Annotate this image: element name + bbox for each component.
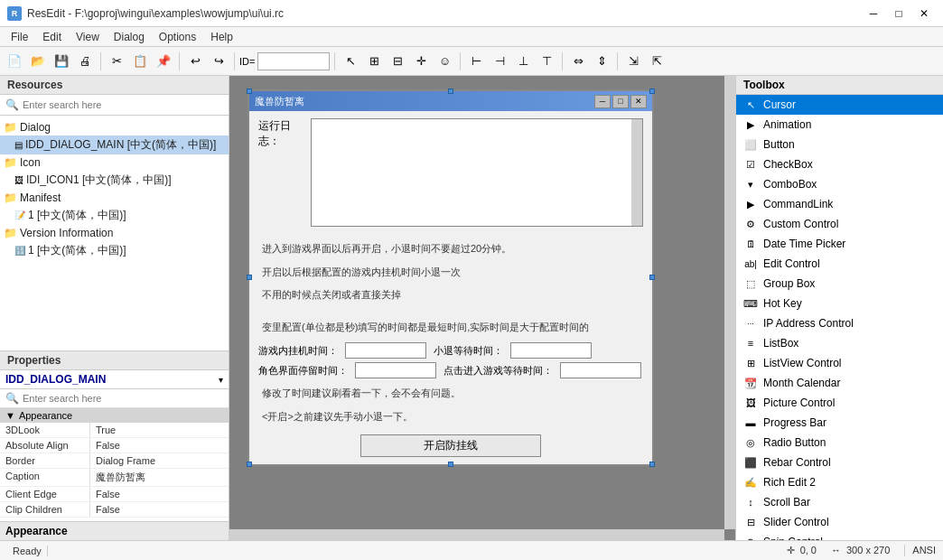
tb-paste[interactable]: 📌 bbox=[153, 51, 174, 72]
tb-grid1[interactable]: ⊞ bbox=[363, 51, 385, 72]
props-search-input[interactable] bbox=[23, 393, 223, 404]
menu-view[interactable]: View bbox=[69, 29, 107, 45]
tree-item-version1[interactable]: 🔢 1 [中文(简体，中国)] bbox=[0, 241, 229, 260]
menu-options[interactable]: Options bbox=[152, 29, 203, 45]
tb-size2[interactable]: ⇱ bbox=[646, 51, 668, 72]
tb-print[interactable]: 🖨 bbox=[74, 51, 96, 72]
menu-edit[interactable]: Edit bbox=[35, 29, 69, 45]
tb-undo[interactable]: ↩ bbox=[184, 51, 206, 72]
tb-align3[interactable]: ⊥ bbox=[512, 51, 534, 72]
tree-folder-version[interactable]: 📁 Version Information bbox=[0, 225, 229, 241]
menu-dialog[interactable]: Dialog bbox=[107, 29, 152, 45]
handle-tl[interactable] bbox=[247, 89, 252, 94]
tb-align2[interactable]: ⊣ bbox=[489, 51, 510, 72]
handle-ml[interactable] bbox=[247, 275, 252, 280]
center-scrollbar-vertical[interactable] bbox=[724, 76, 735, 529]
center-canvas[interactable]: 魔兽防暂离 ─ □ ✕ 运行日志： 进入到游戏界面以后再开启，小退时间不要超过2… bbox=[229, 76, 735, 540]
toolbox-listbox[interactable]: ≡ ListBox bbox=[736, 333, 943, 353]
handle-br[interactable] bbox=[649, 462, 655, 467]
minimize-button[interactable]: ─ bbox=[862, 5, 885, 23]
dialog-maximize[interactable]: □ bbox=[612, 95, 629, 108]
toolbar: 📄 📂 💾 🖨 ✂ 📋 📌 ↩ ↪ ID= ↖ ⊞ ⊟ ✛ ☺ ⊢ ⊣ ⊥ ⊤ … bbox=[0, 47, 943, 76]
dialog-input-hang[interactable] bbox=[345, 342, 426, 359]
tb-redo[interactable]: ↪ bbox=[208, 51, 229, 72]
tb-open[interactable]: 📂 bbox=[27, 51, 49, 72]
toolbox-editcontrol[interactable]: ab| Edit Control bbox=[736, 254, 943, 274]
menu-help[interactable]: Help bbox=[203, 29, 240, 45]
toolbox-cursor[interactable]: ↖ Cursor bbox=[736, 95, 943, 115]
tree-folder-icon[interactable]: 📁 Icon bbox=[0, 154, 229, 171]
tree-label-manifest1: 1 [中文(简体，中国)] bbox=[28, 208, 126, 223]
checkbox-icon: ☑ bbox=[743, 157, 758, 172]
toolbox-monthcalendar[interactable]: 📆 Month Calendar bbox=[736, 373, 943, 393]
maximize-button[interactable]: □ bbox=[887, 5, 910, 23]
toolbox-combobox-label: ComboBox bbox=[763, 178, 817, 191]
tree-folder-manifest[interactable]: 📁 Manifest bbox=[0, 190, 229, 206]
chevron-down-icon[interactable]: ▾ bbox=[219, 375, 223, 385]
log-scrollbar[interactable] bbox=[631, 119, 642, 226]
id-input[interactable] bbox=[257, 52, 330, 70]
handle-mr[interactable] bbox=[649, 275, 655, 280]
menu-file[interactable]: File bbox=[4, 29, 35, 45]
toolbox-animation[interactable]: ▶ Animation bbox=[736, 115, 943, 135]
toolbox-datetimepicker[interactable]: 🗓 Date Time Picker bbox=[736, 234, 943, 254]
tree-folder-dialog[interactable]: 📁 Dialog bbox=[0, 119, 229, 135]
props-dropdown[interactable]: IDD_DIALOG_MAIN ▾ bbox=[0, 370, 229, 389]
handle-tr[interactable] bbox=[649, 89, 655, 94]
tb-size1[interactable]: ⇲ bbox=[622, 51, 644, 72]
tb-smiley[interactable]: ☺ bbox=[434, 51, 455, 72]
tb-cursor[interactable]: ✛ bbox=[410, 51, 432, 72]
toolbox-checkbox[interactable]: ☑ CheckBox bbox=[736, 154, 943, 174]
toolbox-hotkey[interactable]: ⌨ Hot Key bbox=[736, 294, 943, 313]
toolbox-richedit2[interactable]: ✍ Rich Edit 2 bbox=[736, 472, 943, 492]
toolbox-button[interactable]: ⬜ Button bbox=[736, 135, 943, 154]
dialog-close[interactable]: ✕ bbox=[630, 95, 647, 108]
toolbox-progressbar[interactable]: ▬ Progress Bar bbox=[736, 413, 943, 433]
tb-arrow[interactable]: ↖ bbox=[340, 51, 361, 72]
tree-item-idd-dialog[interactable]: ▤ IDD_DIALOG_MAIN [中文(简体，中国)] bbox=[0, 135, 229, 154]
log-box bbox=[311, 118, 643, 227]
toolbox-rebarcontrol[interactable]: ⬛ Rebar Control bbox=[736, 453, 943, 472]
handle-bl[interactable] bbox=[247, 462, 252, 467]
toolbox-listviewcontrol[interactable]: ⊞ ListView Control bbox=[736, 353, 943, 373]
slidercontrol-icon: ⊟ bbox=[743, 515, 758, 529]
tb-grid2[interactable]: ⊟ bbox=[387, 51, 408, 72]
toolbox-ipaddress[interactable]: ··· IP Address Control bbox=[736, 313, 943, 333]
dialog-input-stay[interactable] bbox=[355, 362, 436, 378]
tb-cut[interactable]: ✂ bbox=[106, 51, 127, 72]
tb-space1[interactable]: ⇔ bbox=[567, 51, 589, 72]
handle-bc[interactable] bbox=[448, 462, 453, 467]
properties-header: Properties bbox=[0, 351, 229, 370]
tb-save[interactable]: 💾 bbox=[51, 51, 72, 72]
tb-copy[interactable]: 📋 bbox=[129, 51, 151, 72]
dialog-input-enter[interactable] bbox=[560, 362, 641, 378]
close-button[interactable]: ✕ bbox=[912, 5, 936, 23]
dialog-row2: 角色界面停留时间： 点击进入游戏等待时间： bbox=[258, 362, 643, 378]
dialog-minimize[interactable]: ─ bbox=[594, 95, 611, 108]
props-section-appearance[interactable]: ▼ Appearance bbox=[0, 408, 229, 423]
tb-new[interactable]: 📄 bbox=[4, 51, 25, 72]
dialog-input-wait[interactable] bbox=[510, 342, 592, 359]
dialog-content: 运行日志： 进入到游戏界面以后再开启，小退时间不要超过20分钟。 开启以后根据配… bbox=[249, 111, 652, 464]
tree-item-idi[interactable]: 🖼 IDI_ICON1 [中文(简体，中国)] bbox=[0, 171, 229, 190]
toolbox-groupbox[interactable]: ⬚ Group Box bbox=[736, 274, 943, 294]
center-scrollbar-horizontal[interactable] bbox=[229, 529, 724, 540]
toolbox-radiobutton[interactable]: ◎ Radio Button bbox=[736, 433, 943, 453]
resources-search-input[interactable] bbox=[23, 99, 223, 110]
toolbox-customcontrol[interactable]: ⚙ Custom Control bbox=[736, 214, 943, 234]
toolbox-scrollbar[interactable]: ↕ Scroll Bar bbox=[736, 492, 943, 512]
tb-space2[interactable]: ⇕ bbox=[591, 51, 612, 72]
tb-align1[interactable]: ⊢ bbox=[465, 51, 487, 72]
props-search-box: 🔍 bbox=[0, 389, 229, 408]
toolbox-spincontrol[interactable]: ⟳ Spin Control bbox=[736, 532, 943, 540]
toolbox-slidercontrol[interactable]: ⊟ Slider Control bbox=[736, 512, 943, 532]
start-button[interactable]: 开启防挂线 bbox=[360, 434, 541, 457]
dialog-titlebar[interactable]: 魔兽防暂离 ─ □ ✕ bbox=[249, 91, 652, 111]
handle-tc[interactable] bbox=[448, 89, 453, 94]
toolbox-combobox[interactable]: ▾ ComboBox bbox=[736, 174, 943, 194]
scrollbar-icon: ↕ bbox=[743, 495, 758, 509]
tree-item-manifest1[interactable]: 📝 1 [中文(简体，中国)] bbox=[0, 206, 229, 225]
tb-align4[interactable]: ⊤ bbox=[536, 51, 557, 72]
toolbox-commandlink[interactable]: ▶ CommandLink bbox=[736, 194, 943, 214]
toolbox-picturecontrol[interactable]: 🖼 Picture Control bbox=[736, 393, 943, 413]
